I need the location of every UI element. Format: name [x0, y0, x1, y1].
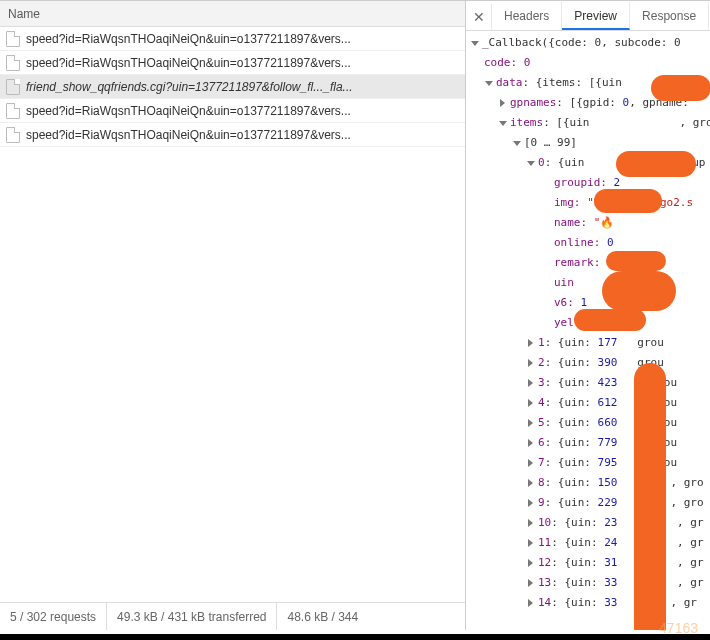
- chevron-right-icon[interactable]: [526, 378, 536, 388]
- tree-row-items[interactable]: items: [{uin , grou: [470, 113, 710, 133]
- tree-row-online[interactable]: online: 0: [470, 233, 710, 253]
- request-row[interactable]: speed?id=RiaWqsnTHOaqiNeiQn&uin=o1377211…: [0, 27, 465, 51]
- tree-row-remark[interactable]: remark:: [470, 253, 710, 273]
- tree-row-data[interactable]: data: {items: [{uin: [470, 73, 710, 93]
- request-list: speed?id=RiaWqsnTHOaqiNeiQn&uin=o1377211…: [0, 27, 465, 602]
- tab-preview[interactable]: Preview: [562, 2, 630, 30]
- tree-row-callback[interactable]: _Callback({code: 0, subcode: 0: [470, 33, 710, 53]
- chevron-right-icon[interactable]: [526, 358, 536, 368]
- chevron-right-icon[interactable]: [526, 458, 536, 468]
- file-icon: [6, 103, 20, 119]
- request-row[interactable]: speed?id=RiaWqsnTHOaqiNeiQn&uin=o1377211…: [0, 51, 465, 75]
- tree-row-item[interactable]: 7: {uin: 795 , grou: [470, 453, 710, 473]
- tree-row-item[interactable]: 2: {uin: 390 grou: [470, 353, 710, 373]
- chevron-right-icon[interactable]: [526, 338, 536, 348]
- request-name: speed?id=RiaWqsnTHOaqiNeiQn&uin=o1377211…: [26, 123, 351, 147]
- status-requests: 5 / 302 requests: [0, 603, 107, 630]
- bottom-border: [0, 634, 710, 640]
- chevron-right-icon[interactable]: [526, 398, 536, 408]
- tree-row-groupid[interactable]: groupid: 2: [470, 173, 710, 193]
- tree-row-item[interactable]: 10: {uin: 23 09 , gr: [470, 513, 710, 533]
- network-requests-panel: Name speed?id=RiaWqsnTHOaqiNeiQn&uin=o13…: [0, 1, 466, 630]
- column-header-name[interactable]: Name: [0, 1, 465, 27]
- tree-row-range[interactable]: [0 … 99]: [470, 133, 710, 153]
- chevron-right-icon[interactable]: [526, 438, 536, 448]
- chevron-right-icon[interactable]: [526, 538, 536, 548]
- chevron-down-icon[interactable]: [498, 118, 508, 128]
- file-icon: [6, 127, 20, 143]
- tree-row-code[interactable]: code: 0: [470, 53, 710, 73]
- request-row[interactable]: speed?id=RiaWqsnTHOaqiNeiQn&uin=o1377211…: [0, 123, 465, 147]
- status-resource: 48.6 kB / 344: [277, 603, 368, 630]
- tab-response[interactable]: Response: [630, 2, 709, 30]
- request-name: speed?id=RiaWqsnTHOaqiNeiQn&uin=o1377211…: [26, 27, 351, 51]
- request-row[interactable]: speed?id=RiaWqsnTHOaqiNeiQn&uin=o1377211…: [0, 99, 465, 123]
- request-name: friend_show_qqfriends.cgi?uin=1377211897…: [26, 75, 353, 99]
- request-name: speed?id=RiaWqsnTHOaqiNeiQn&uin=o1377211…: [26, 99, 351, 123]
- chevron-right-icon[interactable]: [498, 98, 508, 108]
- file-icon: [6, 55, 20, 71]
- tree-row-uin[interactable]: uin: [470, 273, 710, 293]
- status-bar: 5 / 302 requests 49.3 kB / 431 kB transf…: [0, 602, 465, 630]
- chevron-right-icon[interactable]: [526, 418, 536, 428]
- request-name: speed?id=RiaWqsnTHOaqiNeiQn&uin=o1377211…: [26, 51, 351, 75]
- tree-row-item[interactable]: 14: {uin: 33 0 , gr: [470, 593, 710, 613]
- chevron-down-icon[interactable]: [526, 158, 536, 168]
- chevron-right-icon[interactable]: [526, 558, 536, 568]
- file-icon: [6, 31, 20, 47]
- tree-row-v6[interactable]: v6: 1: [470, 293, 710, 313]
- tree-row-item[interactable]: 12: {uin: 31 94 , gr: [470, 553, 710, 573]
- tree-row-item-0[interactable]: 0: {uin group: [470, 153, 710, 173]
- close-icon[interactable]: ✕: [466, 4, 492, 30]
- tab-headers[interactable]: Headers: [492, 2, 562, 30]
- file-icon: [6, 79, 20, 95]
- tree-row-item[interactable]: 4: {uin: 612 , grou: [470, 393, 710, 413]
- tree-row-item[interactable]: 8: {uin: 150 4 , gro: [470, 473, 710, 493]
- status-transferred: 49.3 kB / 431 kB transferred: [107, 603, 277, 630]
- tree-row-item[interactable]: 13: {uin: 33 72 , gr: [470, 573, 710, 593]
- tree-row-item[interactable]: 1: {uin: 177 grou: [470, 333, 710, 353]
- chevron-down-icon[interactable]: [470, 38, 480, 48]
- tree-row-item[interactable]: 11: {uin: 24 28 , gr: [470, 533, 710, 553]
- tree-row-item[interactable]: 3: {uin: 423 , grou: [470, 373, 710, 393]
- chevron-right-icon[interactable]: [526, 518, 536, 528]
- tree-row-item[interactable]: 6: {uin: 779 , grou: [470, 433, 710, 453]
- tree-row-item[interactable]: 5: {uin: 660 , grou: [470, 413, 710, 433]
- tabs: ✕ Headers Preview Response: [466, 1, 710, 31]
- tree-row-gpnames[interactable]: gpnames: [{gpid: 0, gpname:: [470, 93, 710, 113]
- chevron-right-icon[interactable]: [526, 598, 536, 608]
- tree-row-name[interactable]: name: "🔥: [470, 213, 710, 233]
- tree-row-img[interactable]: img: "http://qlogo2.s: [470, 193, 710, 213]
- chevron-down-icon[interactable]: [512, 138, 522, 148]
- chevron-right-icon[interactable]: [526, 578, 536, 588]
- request-row[interactable]: friend_show_qqfriends.cgi?uin=1377211897…: [0, 75, 465, 99]
- preview-content[interactable]: _Callback({code: 0, subcode: 0 code: 0 d…: [466, 31, 710, 630]
- tree-row-item[interactable]: 9: {uin: 229 0 , gro: [470, 493, 710, 513]
- chevron-down-icon[interactable]: [484, 78, 494, 88]
- chevron-right-icon[interactable]: [526, 478, 536, 488]
- detail-panel: ✕ Headers Preview Response _Callback({co…: [466, 1, 710, 630]
- chevron-right-icon[interactable]: [526, 498, 536, 508]
- tree-row-yellow[interactable]: yellow: -1: [470, 313, 710, 333]
